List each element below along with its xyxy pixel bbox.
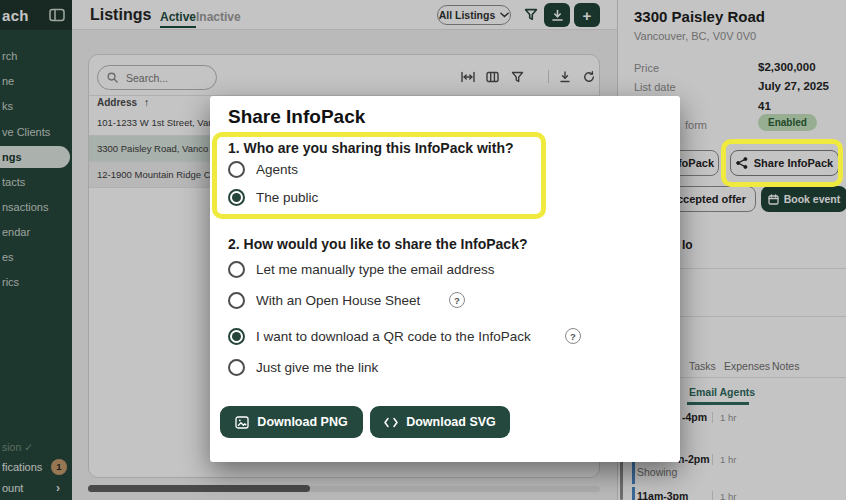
radio-the-public-selected[interactable] bbox=[228, 189, 245, 206]
radio-label-open-house-sheet[interactable]: With an Open House Sheet bbox=[256, 293, 420, 308]
image-icon bbox=[235, 416, 249, 429]
radio-label-agents[interactable]: Agents bbox=[256, 162, 298, 177]
radio-qr-code-selected[interactable] bbox=[228, 328, 245, 345]
radio-manual-email[interactable] bbox=[228, 261, 245, 278]
modal-title: Share InfoPack bbox=[228, 106, 365, 128]
download-svg-button[interactable]: Download SVG bbox=[370, 406, 510, 438]
code-icon bbox=[384, 417, 398, 428]
share-infopack-modal: Share InfoPack 1. Who are you sharing th… bbox=[210, 96, 680, 462]
radio-just-the-link[interactable] bbox=[228, 359, 245, 376]
radio-open-house-sheet[interactable] bbox=[228, 292, 245, 309]
question-1: 1. Who are you sharing this InfoPack wit… bbox=[228, 140, 513, 156]
help-icon[interactable]: ? bbox=[449, 292, 465, 308]
radio-label-the-public[interactable]: The public bbox=[256, 190, 318, 205]
app-window: ach rch ne ks ve Clients ngs tacts nsact… bbox=[0, 0, 846, 500]
radio-label-manual-email[interactable]: Let me manually type the email address bbox=[256, 262, 495, 277]
help-icon[interactable]: ? bbox=[565, 328, 581, 344]
radio-label-just-the-link[interactable]: Just give me the link bbox=[256, 360, 378, 375]
radio-agents[interactable] bbox=[228, 161, 245, 178]
question-2: 2. How would you like to share the InfoP… bbox=[228, 236, 528, 252]
download-png-button[interactable]: Download PNG bbox=[220, 406, 363, 438]
radio-label-qr-code[interactable]: I want to download a QR code to the Info… bbox=[256, 329, 531, 344]
